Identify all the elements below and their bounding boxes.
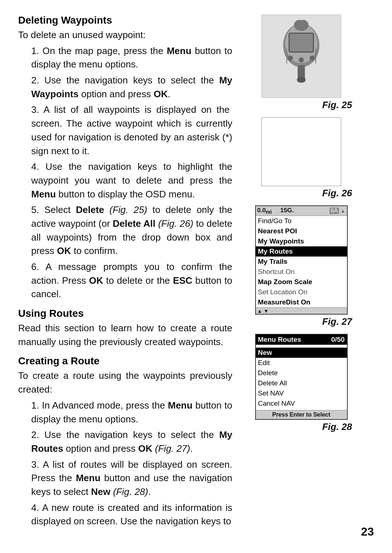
- step5-fig25: (Fig. 25): [110, 204, 147, 215]
- page-number: 23: [361, 525, 374, 538]
- svg-point-9: [310, 56, 315, 61]
- heading-using-routes: Using Routes: [18, 308, 232, 319]
- fig26-image: [261, 117, 341, 186]
- cr-step3-new: New: [91, 486, 110, 497]
- cr-step-3: 3. A list of routes will be displayed on…: [18, 458, 232, 499]
- gps-device-svg: [279, 20, 323, 93]
- menu-footer: ▲ ▼: [256, 307, 347, 314]
- using-routes-body: Read this section to learn how to create…: [18, 321, 232, 349]
- svg-rect-4: [290, 34, 313, 52]
- step4-menu: Menu: [31, 189, 56, 200]
- section-creating-route: Creating a Route To create a route using…: [18, 355, 232, 528]
- step1-menu: Menu: [167, 45, 191, 56]
- section-deleting-waypoints: Deleting Waypoints To delete an unused w…: [18, 15, 232, 301]
- step5-ok: OK: [57, 245, 71, 256]
- routes-header-count: 0/50: [331, 336, 345, 344]
- menu-item-shortcut-on[interactable]: Shortcut On: [256, 267, 347, 277]
- creating-route-intro: To create a route using the waypoints pr…: [18, 369, 232, 396]
- routes-item-edit[interactable]: Edit: [256, 358, 347, 368]
- routes-item-cancel-nav[interactable]: Cancel NAV: [256, 398, 347, 409]
- fig26-container: Fig. 26: [247, 117, 356, 199]
- cr-step1-menu: Menu: [168, 400, 193, 411]
- step-1: 1. On the map page, press the Menu butto…: [18, 44, 232, 71]
- cr-step3-fig28: (Fig. 28): [113, 486, 148, 497]
- fig28-container: Menu Routes 0/50 New Edit Delete Delete …: [247, 334, 356, 433]
- fig25-image: [261, 15, 341, 98]
- cr-step2-ok: OK: [138, 443, 152, 454]
- fig28-routes-screen: Menu Routes 0/50 New Edit Delete Delete …: [255, 334, 348, 420]
- menu-item-my-routes[interactable]: My Routes: [256, 246, 347, 257]
- heading-creating-route: Creating a Route: [18, 355, 232, 367]
- step5-delete: Delete: [76, 204, 104, 215]
- scroll-up-icon: ▲: [340, 208, 346, 214]
- step-6: 6. A message prompts you to confirm the …: [18, 260, 232, 301]
- routes-item-delete-all[interactable]: Delete All: [256, 378, 347, 388]
- fig27-label: Fig. 27: [322, 316, 356, 327]
- step-3: 3. A list of all waypoints is displayed …: [18, 103, 232, 158]
- cr-step-1: 1. In Advanced mode, press the Menu butt…: [18, 399, 232, 426]
- fig27-container: 0.0mi 15G. 6A ▲ Find/Go To Nearest POI M…: [247, 205, 356, 327]
- section-using-routes: Using Routes Read this section to learn …: [18, 308, 232, 349]
- step2-ok: OK: [154, 89, 168, 99]
- fig27-menu-screen: 0.0mi 15G. 6A ▲ Find/Go To Nearest POI M…: [255, 205, 348, 315]
- fig26-label: Fig. 26: [322, 188, 356, 199]
- heading-deleting-waypoints: Deleting Waypoints: [18, 15, 232, 26]
- cr-step3-menu: Menu: [76, 472, 101, 483]
- cr-step-4: 4. A new route is created and its inform…: [18, 501, 232, 528]
- menu-item-my-trails[interactable]: My Trails: [256, 257, 347, 267]
- routes-footer: Press Enter to Select: [256, 410, 347, 419]
- fig25-label: Fig. 25: [322, 99, 356, 111]
- fig28-label: Fig. 28: [322, 421, 356, 433]
- scroll-arrows: ▲ ▼: [257, 308, 269, 314]
- step6-esc: ESC: [173, 275, 192, 286]
- step5-delete-all: Delete All: [113, 218, 156, 229]
- menu-item-map-zoom-scale[interactable]: Map Zoom Scale: [256, 277, 347, 287]
- routes-header-title: Menu Routes: [258, 336, 301, 344]
- cr-step2-fig27: (Fig. 27): [155, 443, 190, 454]
- step2-my: My Waypoints: [31, 75, 232, 99]
- step-4: 4. Use the navigation keys to highlight …: [18, 160, 232, 201]
- svg-point-7: [288, 56, 293, 61]
- routes-item-set-nav[interactable]: Set NAV: [256, 388, 347, 398]
- right-column: Fig. 25 Fig. 26 0.0mi 15G. 6A ▲ Find/Go …: [243, 15, 359, 538]
- routes-item-new[interactable]: New: [256, 348, 347, 358]
- menu-item-find-go-to[interactable]: Find/Go To: [256, 216, 347, 226]
- svg-point-6: [297, 77, 306, 83]
- menu-header-coords: 0.0mi 15G.: [257, 207, 328, 215]
- menu-header-badge: 6A: [330, 208, 339, 214]
- routes-item-delete[interactable]: Delete: [256, 368, 347, 378]
- cr-step-2: 2. Use the navigation keys to select the…: [18, 428, 232, 455]
- fig25-container: Fig. 25: [247, 15, 356, 111]
- step6-ok: OK: [89, 275, 103, 286]
- left-column: Deleting Waypoints To delete an unused w…: [18, 15, 243, 538]
- step-5: 5. Select Delete (Fig. 25) to delete onl…: [18, 203, 232, 258]
- menu-item-my-waypoints[interactable]: My Waypoints: [256, 236, 347, 246]
- cr-step2-myroutes: My Routes: [31, 429, 232, 454]
- menu-header: 0.0mi 15G. 6A ▲: [256, 206, 347, 216]
- svg-point-8: [299, 57, 304, 62]
- menu-item-set-location-on[interactable]: Set Location On: [256, 287, 347, 297]
- step-2: 2. Use the navigation keys to select the…: [18, 74, 232, 101]
- menu-item-measure-dist-on[interactable]: MeasureDist On: [256, 297, 347, 307]
- menu-item-nearest-poi[interactable]: Nearest POI: [256, 226, 347, 236]
- deleting-intro: To delete an unused waypoint:: [18, 28, 232, 42]
- routes-header: Menu Routes 0/50: [256, 335, 347, 345]
- step5-fig26: (Fig. 26): [158, 218, 193, 229]
